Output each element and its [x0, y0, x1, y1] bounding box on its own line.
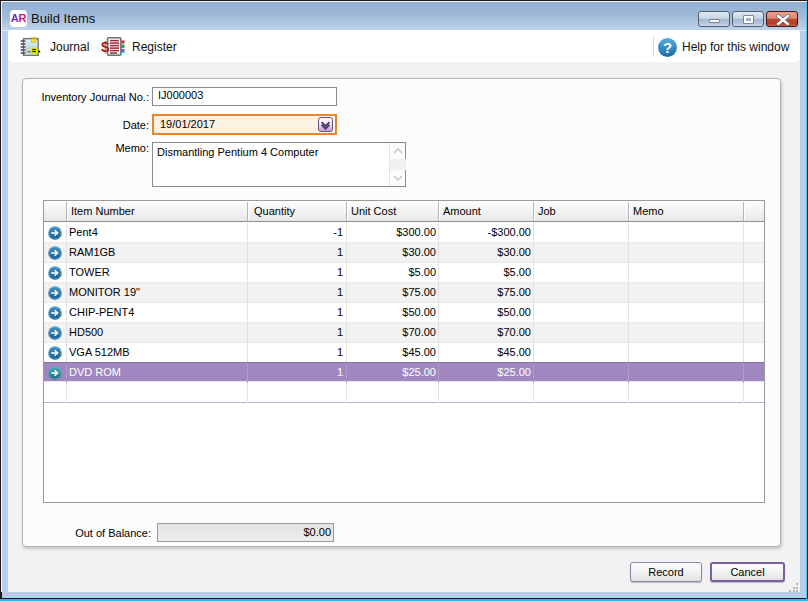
- svg-text:?: ?: [663, 39, 672, 56]
- svg-text:$: $: [101, 38, 110, 55]
